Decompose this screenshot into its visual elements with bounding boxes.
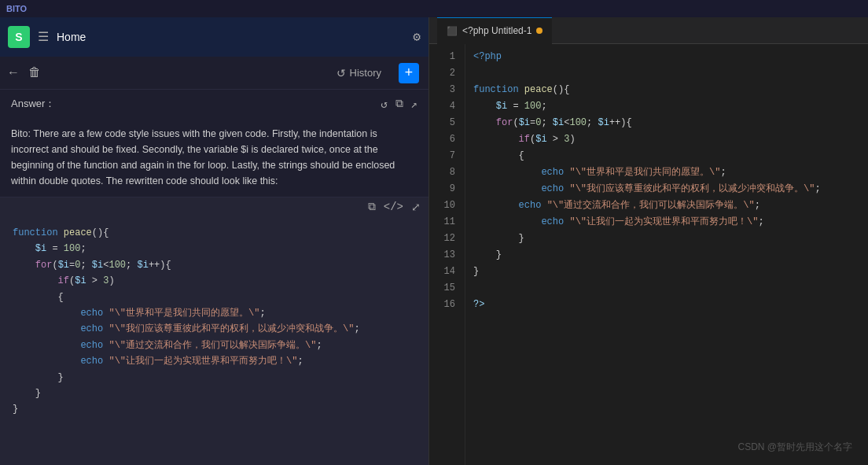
left-code-content[interactable]: function peace(){ $i = 100; for($i=0; $i… xyxy=(0,217,428,465)
code-editor: 12345678910111213141516 <?php function p… xyxy=(429,44,868,465)
modified-dot xyxy=(536,28,542,34)
file-tab-icon: ⬛ xyxy=(447,26,458,36)
share-answer-icon[interactable]: ↗ xyxy=(411,98,417,111)
history-label: History xyxy=(350,67,381,79)
avatar: S xyxy=(8,26,30,48)
file-tab-title: <?php Untitled-1 xyxy=(462,25,531,36)
left-header: S ☰ Home ⚙ xyxy=(0,17,428,57)
app-title: BITO xyxy=(6,4,27,13)
watermark: CSDN @暂时先用这个名字 xyxy=(737,441,852,454)
left-toolbar: ← 🗑 ↺ History + xyxy=(0,57,428,90)
home-label: Home xyxy=(57,31,86,43)
expand-icon[interactable]: ⤢ xyxy=(411,201,421,214)
right-panel: ⬛ <?php Untitled-1 123456789101112131415… xyxy=(429,17,868,465)
code-area[interactable]: <?php function peace(){ $i = 100; for($i… xyxy=(465,44,868,465)
gear-icon[interactable]: ⚙ xyxy=(413,29,421,45)
new-chat-button[interactable]: + xyxy=(399,63,419,83)
refresh-icon[interactable]: ↺ xyxy=(381,98,387,111)
answer-header: Answer： ↺ ⧉ ↗ xyxy=(0,90,428,118)
hamburger-icon[interactable]: ☰ xyxy=(38,29,49,45)
copy-code-icon[interactable]: ⧉ xyxy=(368,201,376,214)
view-code-icon[interactable]: </> xyxy=(384,201,403,214)
file-tab[interactable]: ⬛ <?php Untitled-1 xyxy=(437,17,552,44)
trash-icon[interactable]: 🗑 xyxy=(28,65,41,80)
answer-icons: ↺ ⧉ ↗ xyxy=(381,98,417,111)
history-button[interactable]: ↺ History xyxy=(337,67,381,79)
answer-text: Bito: There are a few code style issues … xyxy=(0,118,428,197)
share-icon[interactable]: ← xyxy=(9,66,17,80)
history-icon: ↺ xyxy=(337,67,346,79)
plus-icon: + xyxy=(405,65,414,81)
left-panel: S ☰ Home ⚙ ← 🗑 ↺ History + Answer： ↺ ⧉ xyxy=(0,17,429,465)
line-numbers: 12345678910111213141516 xyxy=(429,44,465,465)
right-tab-bar: ⬛ <?php Untitled-1 xyxy=(429,17,868,44)
copy-icon[interactable]: ⧉ xyxy=(395,98,403,111)
top-bar: BITO xyxy=(0,0,868,17)
code-block-container: ⧉ </> ⤢ function peace(){ $i = 100; for(… xyxy=(0,197,428,465)
code-block-toolbar: ⧉ </> ⤢ xyxy=(0,197,428,217)
answer-label: Answer： xyxy=(11,97,55,111)
main-container: S ☰ Home ⚙ ← 🗑 ↺ History + Answer： ↺ ⧉ xyxy=(0,17,868,465)
